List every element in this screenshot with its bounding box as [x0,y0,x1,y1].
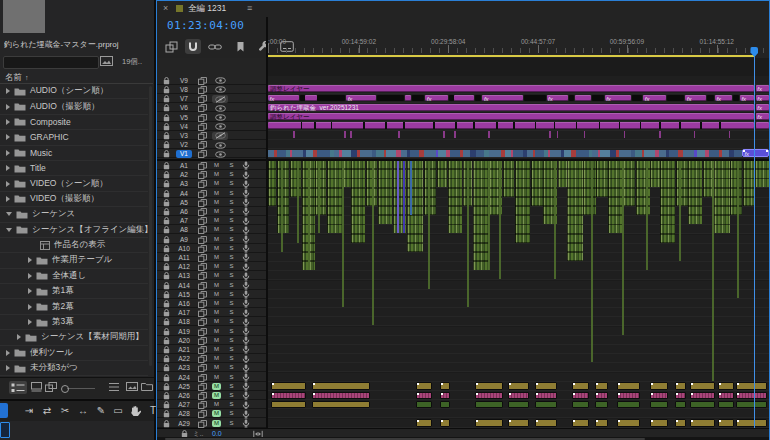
disclosure-right-icon[interactable] [6,119,10,125]
mute-button[interactable]: M [212,291,221,298]
lock-icon[interactable] [163,162,170,170]
audio-clip-column[interactable] [531,161,543,206]
sync-lock-icon[interactable] [198,208,207,216]
timeline-clip[interactable]: fx [268,95,299,102]
lock-icon[interactable] [163,86,170,94]
timeline-clip[interactable]: fx [547,95,569,102]
new-bin-icon[interactable] [141,382,153,391]
bin-tree-item[interactable]: シーケンス [0,207,148,222]
mini-clip[interactable] [557,131,559,138]
lock-icon[interactable] [163,392,170,400]
mini-clip[interactable] [488,131,490,138]
lock-icon[interactable] [163,364,170,372]
lane-V6[interactable]: 釣られた埋蔵金_ver.20251231fx [268,103,769,112]
sync-lock-icon[interactable] [198,291,207,299]
disclosure-right-icon[interactable] [6,365,10,371]
disclosure-right-icon[interactable] [6,181,10,187]
mute-button[interactable]: M [212,364,221,371]
mute-button[interactable]: M [212,309,221,316]
mute-button[interactable]: M [212,199,221,206]
fit-to-sequence-icon[interactable] [253,430,263,438]
solo-button[interactable]: S [227,226,236,233]
disclosure-right-icon[interactable] [6,165,10,171]
audio-strand-clip[interactable] [737,161,739,298]
track-label-A15[interactable]: A15 [176,291,192,299]
audio-clip[interactable] [718,382,734,390]
solo-button[interactable]: S [227,346,236,353]
lock-icon[interactable] [163,123,170,131]
mute-button[interactable]: M [212,374,221,381]
mic-icon[interactable] [242,253,250,262]
audio-clip[interactable] [440,392,450,400]
lock-icon[interactable] [163,355,170,363]
lock-icon[interactable] [163,383,170,391]
video-clip[interactable] [683,150,695,157]
mic-icon[interactable] [242,189,250,198]
lock-icon[interactable] [163,291,170,299]
video-clip[interactable] [342,150,352,157]
solo-button[interactable]: S [227,374,236,381]
audio-strand-clip[interactable] [467,161,469,307]
sync-lock-icon[interactable] [198,392,207,400]
mini-clip[interactable] [624,131,626,138]
eye-icon[interactable] [215,142,226,149]
bin-tree-item[interactable]: 第3幕 [0,315,148,330]
audio-clip-column[interactable] [567,161,583,261]
eye-off-icon[interactable] [215,132,226,139]
track-label-A28[interactable]: A28 [176,410,192,418]
mini-clip[interactable] [584,131,586,138]
solo-button[interactable]: S [227,364,236,371]
audio-clip[interactable] [535,382,557,390]
eye-icon[interactable] [215,86,226,93]
timeline-clip[interactable]: fx [643,95,666,102]
mic-icon[interactable] [242,309,250,318]
track-label-V2[interactable]: V2 [176,141,192,149]
lock-icon[interactable] [163,346,170,354]
mute-button[interactable]: M [212,410,221,417]
eye-icon[interactable] [215,105,226,112]
hand-tool[interactable] [128,403,142,418]
sync-lock-icon[interactable] [198,300,207,308]
audio-clip[interactable] [312,401,371,409]
video-clip[interactable] [386,150,397,157]
mic-icon[interactable] [242,373,250,382]
master-gain-value[interactable]: 0.0 [212,430,222,437]
track-label-A20[interactable]: A20 [176,337,192,345]
mini-clip[interactable] [398,131,400,138]
audio-clip[interactable] [736,382,767,390]
solo-button[interactable]: S [227,420,236,427]
audio-clip[interactable] [508,382,529,390]
sync-lock-icon[interactable] [198,180,207,188]
sync-lock-icon[interactable] [198,226,207,234]
disclosure-down-icon[interactable] [6,212,12,216]
audio-clip-column[interactable] [676,161,688,206]
solo-button[interactable]: S [227,300,236,307]
video-clip[interactable] [669,150,678,157]
freeform-view-icon[interactable] [45,382,57,392]
bin-tree-item[interactable]: 便利ツール [0,346,148,361]
lane-A22[interactable] [268,354,769,363]
solo-button[interactable]: S [227,162,236,169]
sync-lock-icon[interactable] [198,141,207,149]
lane-V2[interactable] [268,140,769,149]
audio-clip-column[interactable] [290,161,302,197]
mic-icon[interactable] [242,299,250,308]
sync-lock-icon[interactable] [198,150,207,158]
timeline-clip[interactable] [756,122,769,129]
list-view-icon[interactable] [9,381,27,394]
lane-V9[interactable] [268,76,769,85]
audio-clip[interactable] [690,392,715,400]
mic-icon[interactable] [242,272,250,281]
mini-clip[interactable] [549,131,551,138]
track-label-A13[interactable]: A13 [176,272,192,280]
audio-strand-clip[interactable] [646,161,648,270]
bin-tree-item[interactable]: 未分類3がつ [0,361,148,376]
readonly-icon[interactable] [126,382,138,391]
video-clip[interactable] [317,150,330,157]
sort-icon[interactable] [108,382,120,392]
audio-clip[interactable] [508,392,529,400]
video-clip[interactable] [463,150,470,157]
lock-icon[interactable] [163,272,170,280]
audio-clip[interactable] [475,401,503,409]
track-label-A5[interactable]: A5 [176,199,192,207]
